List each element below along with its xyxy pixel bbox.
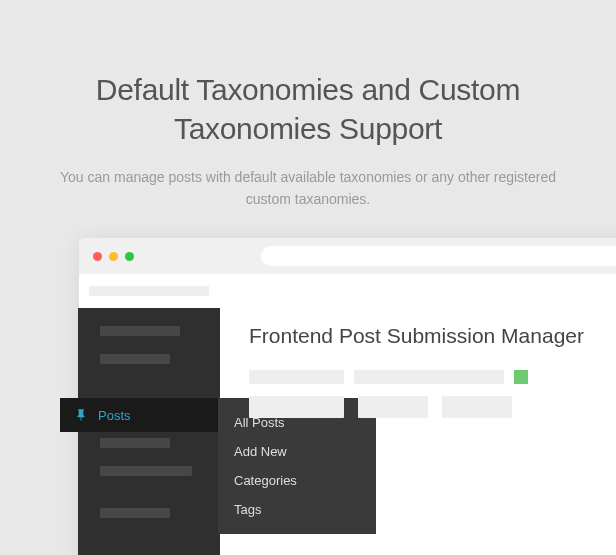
hero-title: Default Taxonomies and Custom Taxonomies… <box>60 70 556 148</box>
placeholder-box <box>249 396 344 418</box>
hero-subtitle: You can manage posts with default availa… <box>60 166 556 211</box>
hero-section: Default Taxonomies and Custom Taxonomies… <box>0 0 616 241</box>
placeholder-box <box>354 370 504 384</box>
submenu-item-categories[interactable]: Categories <box>218 466 376 495</box>
sidebar-item[interactable] <box>100 508 170 518</box>
sidebar-item-label: Posts <box>98 408 131 423</box>
maximize-icon[interactable] <box>125 252 134 261</box>
submenu-item-add-new[interactable]: Add New <box>218 437 376 466</box>
placeholder-box <box>249 370 344 384</box>
placeholder-box <box>358 396 428 418</box>
page-title: Frontend Post Submission Manager <box>249 324 616 348</box>
sidebar-item[interactable] <box>100 466 192 476</box>
placeholder-box <box>442 396 512 418</box>
pin-icon <box>74 408 88 422</box>
minimize-icon[interactable] <box>109 252 118 261</box>
sidebar-item[interactable] <box>100 326 180 336</box>
posts-submenu: All Posts Add New Categories Tags <box>218 398 376 534</box>
close-icon[interactable] <box>93 252 102 261</box>
sidebar-item[interactable] <box>100 354 170 364</box>
submenu-item-tags[interactable]: Tags <box>218 495 376 524</box>
logo-placeholder <box>89 286 209 296</box>
sidebar-item-posts[interactable]: Posts <box>60 398 218 432</box>
url-bar[interactable] <box>261 246 616 266</box>
status-indicator <box>514 370 528 384</box>
content-row <box>249 396 616 418</box>
sidebar-item[interactable] <box>100 438 170 448</box>
browser-body: Posts All Posts Add New Categories Tags … <box>79 274 616 555</box>
browser-chrome <box>79 238 616 274</box>
admin-sidebar: Posts All Posts Add New Categories Tags <box>78 308 220 555</box>
content-row <box>249 370 616 384</box>
content-area: Frontend Post Submission Manager <box>249 324 616 418</box>
browser-window: Posts All Posts Add New Categories Tags … <box>79 238 616 555</box>
